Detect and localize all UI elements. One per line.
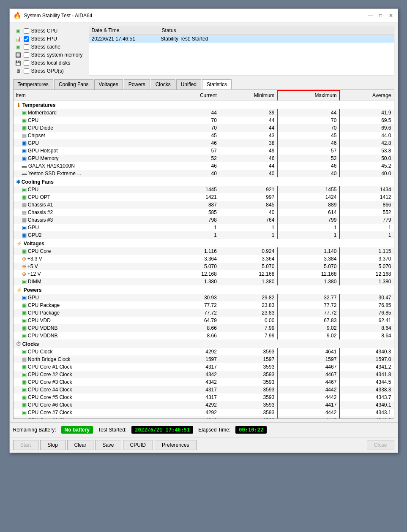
tab-voltages[interactable]: Voltages: [94, 79, 123, 90]
stress-gpu-option[interactable]: 🖥 Stress GPU(s): [15, 68, 83, 74]
tab-clocks[interactable]: Clocks: [151, 79, 175, 90]
content-area: ▣ Stress CPU 📊 Stress FPU ▣ Stress cache…: [10, 22, 398, 422]
section-voltages: ⚡ Voltages: [14, 239, 394, 247]
close-window-button[interactable]: ✕: [388, 12, 394, 19]
cpu-stress-icon: ▣: [15, 27, 22, 34]
stress-gpu-checkbox[interactable]: [24, 68, 29, 74]
top-section: ▣ Stress CPU 📊 Stress FPU ▣ Stress cache…: [13, 26, 394, 76]
remaining-battery-label: Remaining Battery:: [13, 427, 56, 433]
tab-unified[interactable]: Unified: [176, 79, 201, 90]
row-average: 41.9: [339, 109, 393, 117]
table-row: ▣ CPU Core #8 Clock 4342 3593 4442 4340.…: [14, 416, 394, 419]
statistics-table-container[interactable]: Item Current Minimum Maximum Average 🌡 T…: [13, 90, 394, 419]
elapsed-time-label: Elapsed Time:: [198, 427, 230, 433]
table-row: ⊕ +5 V 5.070 5.070 5.070 5.070: [14, 263, 394, 270]
stress-cpu-checkbox[interactable]: [24, 28, 29, 34]
stress-cache-label: Stress cache: [31, 44, 60, 50]
titlebar: 🔥 System Stability Test - AIDA64 — □ ✕: [10, 9, 398, 22]
row-maximum: 44: [277, 109, 339, 117]
stress-disks-checkbox[interactable]: [24, 60, 29, 66]
cache-stress-icon: ▣: [15, 43, 22, 50]
table-row: ▣ CPU Clock 4292 3593 4641 4340.3: [14, 348, 394, 356]
preferences-button[interactable]: Preferences: [155, 440, 197, 450]
stress-options: ▣ Stress CPU 📊 Stress FPU ▣ Stress cache…: [13, 26, 85, 76]
log-header: Date & Time Status: [89, 26, 394, 35]
titlebar-left: 🔥 System Stability Test - AIDA64: [13, 11, 93, 19]
stress-gpu-label: Stress GPU(s): [31, 68, 64, 74]
row-minimum: 39: [219, 109, 277, 117]
close-button[interactable]: Close: [367, 440, 394, 450]
stress-memory-option[interactable]: 🔲 Stress system memory: [15, 52, 83, 58]
stress-cache-checkbox[interactable]: [24, 44, 29, 50]
button-bar: Start Stop Clear Save CPUID Preferences …: [10, 437, 398, 453]
stress-cpu-label: Stress CPU: [31, 28, 58, 34]
table-row: ▣ CPU VDD 64.79 0.00 67.83 62.41: [14, 317, 394, 324]
stress-cache-option[interactable]: ▣ Stress cache: [15, 43, 83, 50]
log-datetime-value: 2022/6/21 17:46:51: [92, 36, 135, 42]
table-row: ▣ GPU 30.93 29.82 32.77 30.47: [14, 294, 394, 301]
save-button[interactable]: Save: [95, 440, 121, 450]
table-row: ▣ CPU VDDNB 8.66 7.99 9.02 8.64: [14, 324, 394, 332]
table-row: ⊕ +3.3 V 3.364 3.364 3.384 3.370: [14, 255, 394, 263]
row-item: ▣ Motherboard: [14, 109, 171, 117]
table-row: ▣ CPU 1445 921 1455 1434: [14, 186, 394, 193]
table-row: ▬ GALAX HA1K1000N 46 44 46 45.2: [14, 162, 394, 170]
start-button[interactable]: Start: [13, 440, 38, 450]
table-row: ▦ Chassis #2 585 40 614 552: [14, 209, 394, 216]
table-row: ▣ CPU Core #6 Clock 4292 3593 4417 4340.…: [14, 401, 394, 409]
section-cooling-fans: ✱ Cooling Fans: [14, 177, 394, 186]
table-row: ▣ GPU2 1 1 1 1: [14, 231, 394, 239]
stress-cpu-option[interactable]: ▣ Stress CPU: [15, 27, 83, 34]
col-current-header: Current: [170, 90, 219, 100]
statistics-table: Item Current Minimum Maximum Average 🌡 T…: [14, 90, 394, 419]
row-current: 44: [170, 109, 219, 117]
stop-button[interactable]: Stop: [40, 440, 66, 450]
table-row: ▣ GPU 1 1 1 1: [14, 224, 394, 231]
table-row: ▣ CPU Core #4 Clock 4317 3593 4442 4338.…: [14, 386, 394, 394]
table-header-row: Item Current Minimum Maximum Average: [14, 90, 394, 100]
log-row-0: 2022/6/21 17:46:51 Stability Test: Start…: [89, 35, 394, 43]
section-temperatures: 🌡 Temperatures: [14, 100, 394, 109]
stress-fpu-option[interactable]: 📊 Stress FPU: [15, 35, 83, 42]
test-started-label: Test Started:: [98, 427, 126, 433]
table-row: ▣ GPU Memory 52 46 52 50.0: [14, 155, 394, 162]
tab-powers[interactable]: Powers: [124, 79, 150, 90]
test-started-badge: 2022/6/21 17:46:51: [131, 426, 193, 434]
table-row: ⊕ +12 V 12.168 12.168 12.168 12.168: [14, 270, 394, 278]
tab-temperatures[interactable]: Temperatures: [13, 79, 53, 90]
tab-cooling-fans[interactable]: Cooling Fans: [54, 79, 93, 90]
titlebar-controls: — □ ✕: [367, 12, 394, 19]
main-window: 🔥 System Stability Test - AIDA64 — □ ✕ ▣…: [9, 8, 398, 453]
table-row: ▣ GPU Hotspot 57 49 57 53.8: [14, 147, 394, 155]
table-row: ▣ CPU Core #5 Clock 4317 3593 4442 4343.…: [14, 394, 394, 401]
stress-fpu-label: Stress FPU: [31, 36, 57, 42]
col-item-header: Item: [14, 90, 171, 100]
fpu-stress-icon: 📊: [15, 35, 22, 42]
tabs: Temperatures Cooling Fans Voltages Power…: [13, 79, 394, 90]
clear-button[interactable]: Clear: [67, 440, 94, 450]
tab-statistics[interactable]: Statistics: [202, 79, 232, 90]
stress-fpu-checkbox[interactable]: [24, 36, 29, 42]
section-powers: ⚡ Powers: [14, 285, 394, 294]
table-row: ▣ CPU Package 77.72 23.83 77.72 76.85: [14, 301, 394, 309]
app-icon: 🔥: [13, 11, 22, 19]
log-status-value: Stability Test: Started: [161, 36, 208, 42]
table-row: ▣ CPU OPT 1421 997 1424 1412: [14, 193, 394, 201]
cpuid-button[interactable]: CPUID: [123, 440, 153, 450]
table-row: ▣ CPU Core 1.116 0.924 1.140 1.115: [14, 247, 394, 255]
minimize-button[interactable]: —: [367, 12, 374, 19]
table-row: ▦ Chassis #1 887 845 889 866: [14, 201, 394, 209]
temperatures-header: 🌡 Temperatures: [14, 100, 394, 109]
table-row: ▦ Chassis #3 798 764 799 779: [14, 216, 394, 224]
stress-memory-checkbox[interactable]: [24, 52, 29, 58]
table-body: 🌡 Temperatures ▣ Motherboard 44 39 44 41…: [14, 100, 394, 419]
table-row: ▣ CPU 70 44 70 69.5: [14, 117, 394, 124]
table-row: ▬ Yeston SSD Extreme ... 40 40 40 40.0: [14, 170, 394, 177]
window-title: System Stability Test - AIDA64: [24, 13, 93, 19]
stress-disks-option[interactable]: 💾 Stress local disks: [15, 60, 83, 66]
table-row: ▣ Motherboard 44 39 44 41.9: [14, 109, 394, 117]
table-row: ▣ CPU VDDNB 8.66 7.99 9.02 8.64: [14, 332, 394, 339]
col-average-header: Average: [339, 90, 393, 100]
table-row: ▣ GPU 46 38 46 42.8: [14, 139, 394, 147]
maximize-button[interactable]: □: [377, 12, 384, 19]
